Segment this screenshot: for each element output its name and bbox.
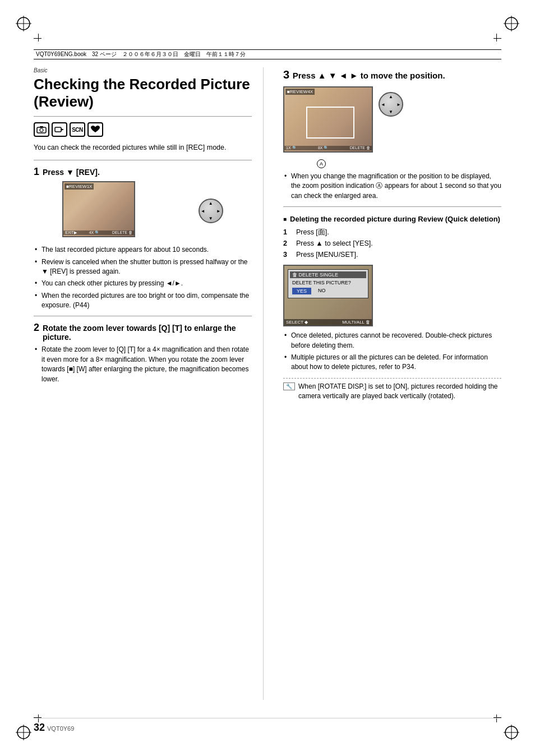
step1-bullet-2: Review is canceled when the shutter butt… (34, 257, 252, 277)
note-text: When [ROTATE DISP.] is set to [ON], pict… (298, 382, 501, 402)
mode-icons-bar: SCN (34, 122, 252, 137)
deletion-bullets: Once deleted, pictures cannot be recover… (283, 331, 501, 372)
step2-header: 2 Rotate the zoom lever towards [Q] [T] … (34, 322, 252, 342)
crop-mark-tr-v (496, 34, 497, 42)
step1-bullet-4: When the recorded pictures are too brigh… (34, 291, 252, 311)
delete-menu-yes: YES (292, 288, 311, 294)
delete-menu-screen: 🗑 DELETE SINGLE DELETE THIS PICTURE? YES… (283, 265, 373, 326)
step2-num: 2 (34, 322, 39, 334)
reg-mark-tl (16, 16, 31, 31)
step1-bullet-1: The last recorded picture appears for ab… (34, 245, 252, 255)
svg-point-13 (40, 128, 43, 132)
step2-bullet-1: Rotate the zoom lever to [Q] [T] for a 4… (34, 345, 252, 384)
step3-screen: ■REVIEW4X 1X 🔍8X 🔍DELETE 🗑 (283, 86, 373, 153)
delete-menu-no: NO (313, 287, 330, 295)
step1-header: 1 Press ▼ [REV]. (34, 166, 252, 178)
reg-mark-br (504, 725, 519, 740)
svg-rect-15 (55, 127, 61, 132)
deletion-step-1: 1 Press [面]. (283, 227, 501, 238)
step1-divider (34, 160, 252, 160)
reg-mark-bl (16, 725, 31, 740)
step1-label: Press ▼ [REV]. (43, 168, 100, 177)
delete-menu-yes-no: YES NO (292, 287, 364, 295)
content-columns: Basic Checking the Recorded Picture (Rev… (34, 67, 501, 700)
step3-screen-bottom: 1X 🔍8X 🔍DELETE 🗑 (284, 146, 372, 150)
step2-bullets: Rotate the zoom lever to [Q] [T] for a 4… (34, 345, 252, 384)
step1-bullets: The last recorded picture appears for ab… (34, 245, 252, 310)
step1-dpad: ▲ ▼ ◄ ► (199, 199, 223, 223)
step3-dpad: ▲ ▼ ◄ ► (379, 92, 403, 117)
step3-screen-container: ■REVIEW4X 1X 🔍8X 🔍DELETE 🗑 A (283, 86, 373, 156)
step2-divider (34, 316, 252, 316)
section-label: Basic (34, 67, 252, 73)
svg-marker-16 (61, 128, 64, 131)
mode-icon-video (52, 122, 67, 137)
step3-bullet-1: When you change the magnification or the… (283, 172, 501, 201)
step3-label: Press ▲ ▼ ◄ ► to move the position. (293, 71, 445, 80)
step3-header: 3 Press ▲ ▼ ◄ ► to move the position. (283, 67, 501, 82)
crop-mark-tl-h (34, 38, 41, 39)
crop-mark-tl-v (38, 34, 39, 42)
step1-screen-label: ■REVIEW1X (64, 183, 94, 190)
deletion-header-text: Deleting the recorded picture during Rev… (290, 215, 500, 223)
step3-bullets-wrapper: When you change the magnification or the… (283, 172, 501, 201)
step1-screen-wrapper: ■REVIEW1X EXIT▶4X 🔍DELETE 🗑 ▲ ▼ ◄ ► (34, 181, 252, 241)
mode-icon-scn: SCN (70, 122, 85, 137)
step3-bullets: When you change the magnification or the… (283, 172, 501, 201)
circle-label-a: A (317, 159, 326, 168)
step1-num: 1 (34, 166, 39, 178)
deletion-header: Deleting the recorded picture during Rev… (283, 215, 501, 223)
deletion-bullet-2: Multiple pictures or all the pictures ca… (283, 353, 501, 372)
mode-icon-camera (34, 122, 49, 137)
mode-icon-heart (87, 122, 103, 137)
header-text: VQT0Y69ENG.book 32 ページ ２００６年６月３０日 金曜日 午前… (36, 50, 246, 58)
deletion-divider (283, 206, 501, 207)
deletion-step-2: 2 Press ▲ to select [YES]. (283, 238, 501, 249)
intro-text: You can check the recorded pictures whil… (34, 142, 252, 153)
deletion-steps-list: 1 Press [面]. 2 Press ▲ to select [YES]. … (283, 227, 501, 260)
model-number: VQT0Y69 (47, 725, 74, 732)
zoom-rect (306, 107, 354, 139)
note-icon: 🔧 (283, 382, 295, 390)
step2-label: Rotate the zoom lever towards [Q] [T] to… (43, 324, 252, 342)
reg-mark-tr (504, 16, 519, 31)
page-footer: 32 VQT0Y69 (34, 718, 501, 734)
delete-menu-title: 🗑 DELETE SINGLE (290, 271, 366, 278)
step1-screen: ■REVIEW1X EXIT▶4X 🔍DELETE 🗑 (62, 181, 135, 237)
page-title: Checking the Recorded Picture (Review) (34, 76, 252, 110)
delete-menu-inner: 🗑 DELETE SINGLE DELETE THIS PICTURE? YES… (288, 269, 368, 298)
step3-num: 3 (283, 68, 293, 81)
note-box: 🔧 When [ROTATE DISP.] is set to [ON], pi… (283, 378, 501, 402)
crop-mark-tr-h (494, 38, 501, 39)
deletion-bullet-1: Once deleted, pictures cannot be recover… (283, 331, 501, 351)
right-column: 3 Press ▲ ▼ ◄ ► to move the position. ■R… (280, 67, 501, 700)
deletion-section: Deleting the recorded picture during Rev… (283, 215, 501, 401)
deletion-step-3: 3 Press [MENU/SET]. (283, 249, 501, 260)
left-column: Basic Checking the Recorded Picture (Rev… (34, 67, 264, 700)
title-divider (34, 116, 252, 117)
delete-menu-footer: SELECT ◆MULTI/ALL 🗑 (284, 319, 372, 325)
header-bar: VQT0Y69ENG.book 32 ページ ２００６年６月３０日 金曜日 午前… (34, 49, 501, 59)
page-container: VQT0Y69ENG.book 32 ページ ２００６年６月３０日 金曜日 午前… (0, 0, 535, 756)
step3-screen-row: ■REVIEW4X 1X 🔍8X 🔍DELETE 🗑 A ▲ ▼ ◄ (283, 86, 501, 156)
step1-screen-bottom: EXIT▶4X 🔍DELETE 🗑 (63, 231, 134, 235)
delete-menu-item: DELETE THIS PICTURE? (290, 279, 366, 286)
step3-screen-label: ■REVIEW4X (285, 89, 315, 95)
step1-bullet-3: You can check other pictures by pressing… (34, 279, 252, 288)
svg-rect-14 (40, 126, 43, 128)
page-number: 32 (34, 722, 45, 734)
